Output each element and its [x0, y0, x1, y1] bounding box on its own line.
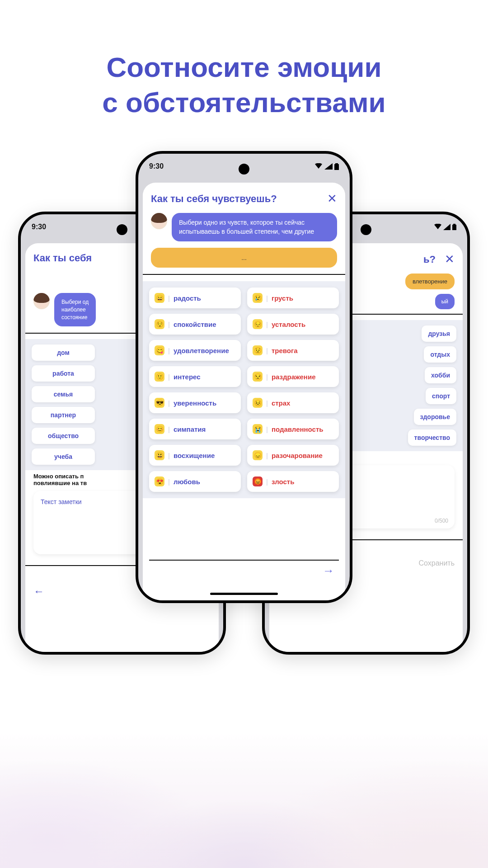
context-tag[interactable]: спорт — [426, 388, 456, 404]
emoji-icon: 🙂 — [155, 372, 164, 382]
context-tag[interactable]: партнер — [32, 407, 95, 423]
screen-title: Как ты себя чувствуешь? — [151, 193, 277, 205]
phone-center: 9:30 Как ты себя чувствуешь? ✕ Выбери од… — [136, 151, 352, 603]
emotion-option[interactable]: 😡|злость — [247, 471, 339, 492]
emotion-option[interactable]: 😭|подавленность — [247, 419, 339, 439]
emotion-option[interactable]: 😞|разочарование — [247, 445, 339, 466]
context-tag[interactable]: дом — [32, 344, 95, 361]
emotion-option[interactable]: 😣|страх — [247, 392, 339, 413]
emoji-icon: 😢 — [253, 293, 263, 303]
divider — [143, 274, 345, 275]
signal-icon — [324, 163, 333, 170]
emotion-option[interactable]: 😔|усталость — [247, 314, 339, 335]
emotion-option[interactable]: 😎|уверенность — [149, 392, 241, 413]
emotion-label: страх — [272, 399, 291, 407]
emotion-option[interactable]: 😋|удовлетворение — [149, 340, 241, 361]
notch — [361, 224, 371, 235]
emoji-icon: 😍 — [155, 476, 164, 486]
emoji-icon: 😣 — [253, 398, 263, 408]
next-arrow-icon[interactable]: → — [323, 564, 334, 578]
emotion-label: радость — [174, 294, 201, 302]
emoji-icon: 😋 — [155, 345, 164, 355]
context-tag[interactable]: хобби — [425, 367, 456, 383]
user-bubble[interactable]: ... — [151, 248, 337, 268]
emotion-label: уверенность — [174, 399, 216, 407]
emotion-label: интерес — [174, 373, 201, 381]
note-placeholder: Текст заметки — [41, 498, 82, 505]
emotion-option[interactable]: 😃|восхищение — [149, 445, 241, 466]
emotion-option[interactable]: 😌|спокойствие — [149, 314, 241, 335]
notch — [239, 164, 249, 175]
close-icon[interactable]: ✕ — [327, 192, 337, 206]
emoji-icon: 😡 — [253, 476, 263, 486]
emoji-icon: 😃 — [155, 450, 164, 460]
emotion-option[interactable]: 😊|симпатия — [149, 419, 241, 439]
header: Как ты себя чувствуешь? ✕ — [151, 192, 337, 206]
notch — [117, 224, 127, 235]
char-counter: 0/500 — [435, 518, 448, 524]
status-icons — [434, 224, 456, 230]
emotion-label: подавленность — [272, 425, 324, 433]
context-tag[interactable]: отдых — [424, 346, 456, 363]
headline-line2: с обстоятельствами — [102, 87, 385, 118]
home-indicator — [210, 593, 278, 595]
back-arrow-icon[interactable]: ← — [33, 585, 44, 598]
avatar — [33, 293, 50, 309]
user-reply-partial: влетворение — [405, 274, 455, 289]
screen-card: Как ты себя чувствуешь? ✕ Выбери одно из… — [143, 183, 345, 600]
wifi-icon — [434, 224, 441, 230]
emotion-label: злость — [272, 478, 294, 486]
svg-rect-5 — [335, 163, 338, 164]
emotion-label: разочарование — [272, 452, 323, 459]
svg-rect-2 — [452, 225, 456, 230]
battery-icon — [452, 224, 456, 230]
emoji-icon: 😭 — [253, 424, 263, 434]
emotion-label: усталость — [272, 321, 305, 328]
emotion-label: любовь — [174, 478, 200, 486]
emotion-option[interactable]: 🙂|интерес — [149, 366, 241, 387]
assistant-row: Выбери одно из чувств, которое ты сейчас… — [151, 213, 337, 241]
assistant-bubble-partial: ый — [435, 294, 455, 309]
emoji-icon: 😞 — [253, 450, 263, 460]
avatar — [151, 213, 167, 229]
emoji-icon: 😊 — [155, 424, 164, 434]
status-icons — [314, 163, 339, 170]
context-tag[interactable]: работа — [32, 365, 95, 382]
emotion-label: восхищение — [174, 452, 215, 459]
emotion-label: удовлетворение — [174, 347, 229, 354]
emoji-icon: 😟 — [253, 345, 263, 355]
context-tag[interactable]: друзья — [422, 326, 456, 342]
emotion-grid: 😄|радость😢|грусть😌|спокойствие😔|усталост… — [149, 288, 339, 492]
assistant-bubble: Выбери одно из чувств, которое ты сейчас… — [172, 213, 337, 241]
wifi-icon — [314, 163, 323, 170]
emoji-icon: 😌 — [155, 319, 164, 329]
emotion-option[interactable]: 😄|радость — [149, 288, 241, 308]
divider — [149, 560, 339, 561]
context-tag[interactable]: здоровье — [414, 409, 457, 425]
context-tag[interactable]: учеба — [32, 448, 95, 465]
emoji-icon: 😄 — [155, 293, 164, 303]
save-button[interactable]: Сохранить — [418, 559, 455, 567]
emotion-section: 😄|радость😢|грусть😌|спокойствие😔|усталост… — [143, 281, 345, 498]
emotion-option[interactable]: 😍|любовь — [149, 471, 241, 492]
status-time: 9:30 — [149, 162, 164, 170]
emotion-label: раздражение — [272, 373, 316, 381]
svg-rect-4 — [334, 164, 339, 170]
signal-icon — [443, 224, 450, 230]
assistant-bubble: Выбери од наиболее состояние — [54, 293, 96, 326]
emotion-label: спокойствие — [174, 321, 216, 328]
headline-line1: Соотносите эмоции — [106, 52, 381, 83]
close-icon[interactable]: ✕ — [445, 252, 455, 266]
emotion-option[interactable]: 😟|тревога — [247, 340, 339, 361]
emoji-icon: 😔 — [253, 319, 263, 329]
emotion-option[interactable]: 😒|раздражение — [247, 366, 339, 387]
emotion-label: грусть — [272, 294, 293, 302]
emotion-label: симпатия — [174, 425, 206, 433]
context-tag[interactable]: общество — [32, 428, 95, 444]
svg-rect-3 — [453, 224, 455, 225]
emoji-icon: 😎 — [155, 398, 164, 408]
context-tag[interactable]: семья — [32, 386, 95, 402]
context-tag[interactable]: творчество — [408, 429, 456, 446]
emotion-option[interactable]: 😢|грусть — [247, 288, 339, 308]
battery-icon — [334, 163, 339, 170]
